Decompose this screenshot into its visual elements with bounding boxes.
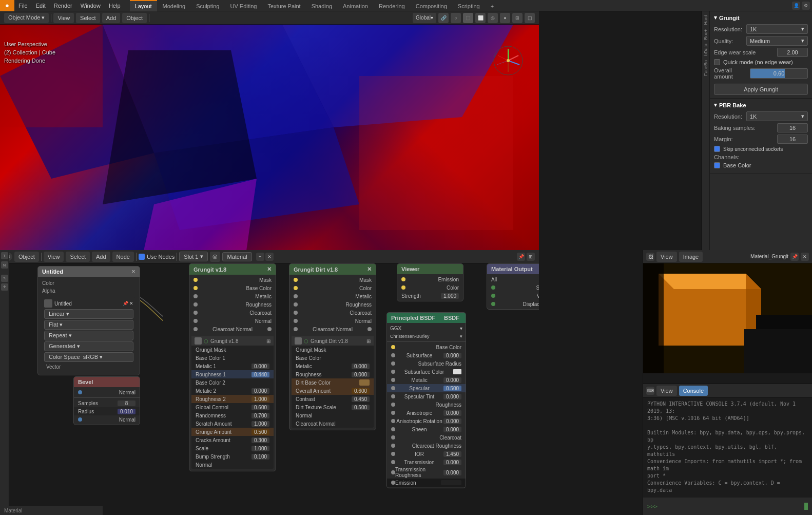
- side-tab-hard[interactable]: Hard: [703, 13, 709, 27]
- move-tool-icon[interactable]: ✛: [1, 283, 8, 291]
- tab-texture-paint[interactable]: Texture Paint: [262, 0, 305, 11]
- object-button[interactable]: Object: [122, 13, 147, 23]
- tab-shading[interactable]: Shading: [306, 0, 337, 11]
- bsdf-header[interactable]: Principled BSDF BSDF: [387, 313, 466, 323]
- subnode-expand[interactable]: ⊞: [266, 338, 270, 344]
- colorspace-dropdown[interactable]: Color Space sRGB ▾: [44, 352, 133, 362]
- ne-pin-icon[interactable]: 📌: [517, 253, 525, 261]
- material-dropdown[interactable]: Material: [222, 252, 252, 261]
- tab-layout[interactable]: Layout: [130, 0, 157, 11]
- tab-animation[interactable]: Animation: [338, 0, 373, 11]
- overlay-icon[interactable]: ⊞: [512, 13, 523, 23]
- settings-icon[interactable]: ⚙: [802, 2, 810, 10]
- quick-mode-checkbox[interactable]: [714, 59, 720, 65]
- margin-value[interactable]: 16: [777, 135, 808, 144]
- ne-node-btn[interactable]: Node: [112, 252, 134, 262]
- menu-file[interactable]: File: [14, 0, 32, 11]
- skip-checkbox[interactable]: [714, 146, 720, 152]
- tab-uv-editing[interactable]: UV Editing: [225, 0, 262, 11]
- ip-pin-icon[interactable]: 📌: [790, 253, 799, 261]
- overall-amount-slider[interactable]: 0.60: [750, 68, 808, 79]
- material-delete-icon[interactable]: ✕: [265, 253, 274, 261]
- generated-dropdown[interactable]: Generated ▾: [44, 341, 133, 351]
- object-mode-dropdown[interactable]: Object Mode ▾: [4, 13, 49, 23]
- quality-dropdown[interactable]: Medium ▾: [746, 36, 808, 46]
- xray-icon[interactable]: ◫: [525, 13, 535, 23]
- ne-view-btn[interactable]: View: [44, 252, 64, 262]
- img-pin[interactable]: 📌: [123, 301, 128, 306]
- shading-material[interactable]: ◎: [488, 13, 498, 23]
- snap-icon[interactable]: 🔗: [438, 13, 449, 23]
- sidebar-n-icon[interactable]: N: [1, 261, 8, 269]
- ne-select-btn[interactable]: Select: [66, 252, 90, 262]
- tab-sculpting[interactable]: Sculpting: [191, 0, 224, 11]
- ip-close-icon[interactable]: ✕: [801, 253, 809, 261]
- menu-render[interactable]: Render: [50, 0, 76, 11]
- console-btn[interactable]: Console: [679, 386, 708, 396]
- side-tab-boc[interactable]: Boc+: [703, 28, 709, 42]
- ds-overallamount[interactable]: Overall Amount0.600: [292, 387, 374, 395]
- material-browse-icon[interactable]: ◎: [210, 252, 220, 262]
- viewer-header[interactable]: Viewer: [397, 264, 463, 274]
- console-view-btn[interactable]: View: [656, 386, 677, 396]
- bsdf-ggx[interactable]: GGX ▾: [387, 324, 466, 332]
- proportional-icon[interactable]: ○: [451, 13, 461, 23]
- apply-grungit-button[interactable]: Apply Grungit: [714, 84, 808, 95]
- bevel-radius[interactable]: Radius0.010: [74, 407, 140, 415]
- dirt-subnode-expand[interactable]: ⊞: [366, 338, 371, 344]
- user-account-icon[interactable]: 👤: [792, 2, 800, 10]
- viewport-3d[interactable]: User Perspective (2) Collection | Cube R…: [0, 25, 539, 250]
- shading-wireframe[interactable]: ⬚: [463, 13, 473, 23]
- dirt-subnode-header[interactable]: ⬡ Grungit Dirt v1.8 ⊞: [292, 336, 374, 346]
- sn-grungeamt[interactable]: Grunge Amount0.500: [191, 428, 274, 436]
- sn-roughness1[interactable]: Roughness 10.440: [191, 370, 274, 378]
- img-close[interactable]: ✕: [129, 301, 133, 306]
- ip-image-btn[interactable]: Image: [679, 252, 703, 262]
- shading-solid[interactable]: ⬜: [475, 13, 486, 23]
- flat-dropdown[interactable]: Flat ▾: [44, 320, 133, 330]
- node-untitled-header[interactable]: Untitled ✕: [38, 266, 140, 277]
- resolution-dropdown[interactable]: 1K ▾: [746, 24, 808, 34]
- slot-dropdown[interactable]: Slot 1 ▾: [179, 252, 208, 261]
- python-input[interactable]: [661, 503, 801, 510]
- shading-rendered[interactable]: ●: [500, 13, 510, 23]
- ip-view-btn[interactable]: View: [656, 252, 677, 262]
- tab-scripting[interactable]: Scripting: [453, 0, 485, 11]
- side-tab-facebu[interactable]: FaceBu: [703, 59, 709, 78]
- ne-object-btn[interactable]: Object: [14, 252, 39, 262]
- global-dropdown[interactable]: Global ▾: [413, 13, 436, 23]
- select-tool-icon[interactable]: ↖: [1, 275, 8, 282]
- ne-add-btn[interactable]: Add: [92, 252, 110, 262]
- baking-samples-value[interactable]: 16: [777, 123, 808, 132]
- bsdf-christensen[interactable]: Christensen-Burley ▾: [387, 332, 466, 340]
- sn-roughness2[interactable]: Roughness 21.000: [191, 395, 274, 403]
- view-button[interactable]: View: [53, 13, 74, 23]
- select-button[interactable]: Select: [76, 13, 100, 23]
- bevel-header[interactable]: Bevel: [74, 377, 140, 387]
- pbr-resolution-dropdown[interactable]: 1K ▾: [746, 111, 808, 121]
- base-color-checkbox[interactable]: [714, 162, 720, 168]
- sidebar-tools-icon[interactable]: T: [1, 252, 8, 259]
- orientation-gizmo[interactable]: [493, 45, 524, 76]
- side-tab-bdata[interactable]: bData: [703, 42, 709, 58]
- material-output-header[interactable]: Material Output: [487, 264, 539, 274]
- node-editor-canvas[interactable]: Untitled ✕ Color Alpha Untitled: [9, 263, 539, 515]
- use-nodes-checkbox[interactable]: [139, 254, 145, 260]
- ne-snap-icon[interactable]: ⊞: [527, 253, 535, 261]
- tab-add[interactable]: +: [486, 0, 499, 11]
- grungit-subnode-header[interactable]: ⬡ Grungit v1.8 ⊞: [191, 336, 274, 346]
- repeat-dropdown[interactable]: Repeat ▾: [44, 331, 133, 340]
- menu-help[interactable]: Help: [105, 0, 125, 11]
- tab-rendering[interactable]: Rendering: [374, 0, 410, 11]
- tab-compositing[interactable]: Compositing: [411, 0, 452, 11]
- edge-wear-value[interactable]: 2.00: [777, 48, 808, 57]
- add-button[interactable]: Add: [102, 13, 121, 23]
- dirt-color-swatch[interactable]: [359, 379, 370, 386]
- material-new-icon[interactable]: +: [256, 253, 264, 261]
- ds-dirtbasecolor[interactable]: Dirt Base Color: [292, 378, 374, 387]
- menu-edit[interactable]: Edit: [32, 0, 50, 11]
- ip-icon[interactable]: 🖼: [646, 253, 654, 261]
- grungit-node-header[interactable]: Grungit v1.8 ✕: [189, 264, 276, 275]
- bsdf-specular[interactable]: Specular0.500: [387, 384, 466, 392]
- menu-window[interactable]: Window: [76, 0, 105, 11]
